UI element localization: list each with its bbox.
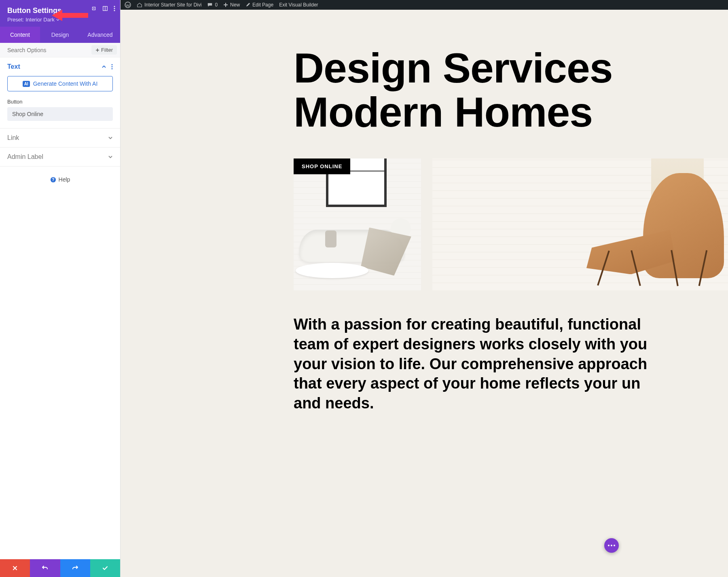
svg-point-10 <box>112 68 113 70</box>
section-text-body: AI Generate Content With AI Button <box>0 76 120 128</box>
section-admin-header[interactable]: Admin Label <box>0 148 120 166</box>
help-label: Help <box>59 176 70 183</box>
section-admin-title: Admin Label <box>7 153 43 161</box>
edit-page-link[interactable]: Edit Page <box>245 2 273 8</box>
body-paragraph: With a passion for creating beautiful, f… <box>294 315 658 413</box>
hero-image-left: SHOP ONLINE <box>294 159 421 290</box>
redo-button[interactable] <box>60 559 90 577</box>
svg-point-4 <box>114 6 115 7</box>
chevron-down-icon <box>108 154 113 159</box>
undo-button[interactable] <box>30 559 60 577</box>
ellipsis-icon <box>611 545 612 546</box>
panel-toggle-icon[interactable] <box>102 6 108 13</box>
section-link: Link <box>0 129 120 148</box>
preview-pane: Interior Starter Site for Divi 0 New Edi… <box>121 0 728 577</box>
tab-advanced[interactable]: Advanced <box>80 27 120 43</box>
ai-badge: AI <box>23 81 30 87</box>
discard-button[interactable] <box>0 559 30 577</box>
tab-design[interactable]: Design <box>40 27 80 43</box>
preset-prefix: Preset: <box>7 17 24 23</box>
section-link-header[interactable]: Link <box>0 129 120 147</box>
home-icon <box>137 2 142 8</box>
section-admin-label: Admin Label <box>0 148 120 167</box>
svg-point-5 <box>114 8 115 9</box>
filter-button[interactable]: Filter <box>91 45 117 55</box>
hero-line-2: Modern Homes <box>294 90 728 134</box>
section-text: Text AI Generate Content With AI Button <box>0 57 120 129</box>
settings-tabs: Content Design Advanced <box>0 27 120 43</box>
chevron-down-icon <box>56 18 59 21</box>
comments-link[interactable]: 0 <box>207 2 218 8</box>
section-link-title: Link <box>7 134 19 142</box>
button-field-label: Button <box>7 99 113 105</box>
hero-image-right <box>432 159 728 290</box>
check-icon <box>102 565 108 571</box>
site-name-link[interactable]: Interior Starter Site for Divi <box>137 2 201 8</box>
svg-point-9 <box>112 66 113 68</box>
chevron-down-icon <box>108 135 113 140</box>
plus-icon <box>95 48 99 52</box>
search-row: Filter <box>0 43 120 57</box>
expand-icon[interactable] <box>91 6 97 13</box>
wp-logo[interactable] <box>125 2 131 8</box>
ai-button-label: Generate Content With AI <box>33 80 98 87</box>
save-button[interactable] <box>90 559 120 577</box>
preset-name: Interior Dark <box>25 17 55 23</box>
help-icon: ? <box>50 177 56 183</box>
section-text-header[interactable]: Text <box>0 57 120 76</box>
svg-text:?: ? <box>52 178 54 182</box>
new-label: New <box>230 2 240 8</box>
preset-dropdown[interactable]: Preset: Interior Dark <box>7 17 113 23</box>
svg-point-6 <box>114 10 115 11</box>
redo-icon <box>72 565 78 571</box>
edit-page-label: Edit Page <box>252 2 273 8</box>
close-icon <box>12 565 18 571</box>
shop-online-button[interactable]: SHOP ONLINE <box>294 159 350 174</box>
tab-content[interactable]: Content <box>0 27 40 43</box>
pencil-icon <box>245 2 250 7</box>
wp-admin-bar: Interior Starter Site for Divi 0 New Edi… <box>121 0 728 10</box>
search-input[interactable] <box>7 47 91 53</box>
site-name: Interior Starter Site for Divi <box>144 2 201 8</box>
svg-point-1 <box>93 8 94 9</box>
comments-count: 0 <box>215 2 218 8</box>
section-more-icon[interactable] <box>111 64 113 70</box>
settings-sidebar: Button Settings Preset: Interior Dark Co… <box>0 0 121 577</box>
svg-point-8 <box>112 64 113 66</box>
section-text-title: Text <box>7 63 20 70</box>
filter-label: Filter <box>101 47 113 53</box>
sidebar-header: Button Settings Preset: Interior Dark <box>0 0 120 27</box>
new-link[interactable]: New <box>223 2 240 8</box>
page-content: Design Services Modern Homes SHOP ONLINE <box>121 10 728 413</box>
more-menu-icon[interactable] <box>114 6 115 13</box>
exit-builder-link[interactable]: Exit Visual Builder <box>279 2 318 8</box>
plus-icon <box>223 2 228 7</box>
hero-images: SHOP ONLINE <box>294 159 728 290</box>
help-link[interactable]: ? Help <box>0 167 120 192</box>
chevron-up-icon <box>102 64 106 69</box>
hero-line-1: Design Services <box>294 46 728 90</box>
generate-ai-button[interactable]: AI Generate Content With AI <box>7 76 113 91</box>
exit-builder-label: Exit Visual Builder <box>279 2 318 8</box>
builder-fab[interactable] <box>604 538 619 553</box>
bottom-action-bar <box>0 559 120 577</box>
undo-icon <box>42 565 48 571</box>
comment-icon <box>207 2 213 8</box>
header-icon-group <box>91 6 115 13</box>
button-text-input[interactable] <box>7 107 113 121</box>
